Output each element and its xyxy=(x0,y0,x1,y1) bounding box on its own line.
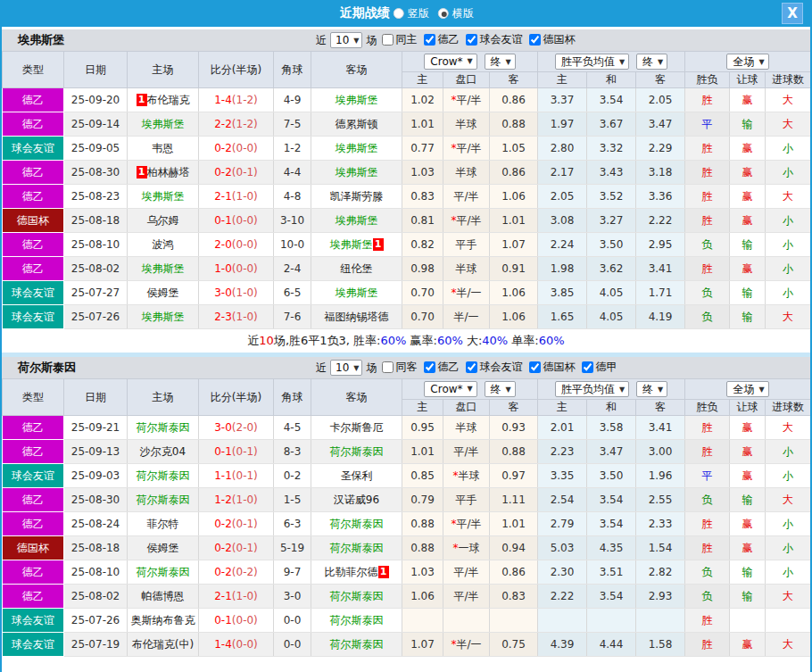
col-away: 客场 xyxy=(311,52,402,88)
team-cell: 帕德博恩 xyxy=(128,585,199,609)
col-odds-home: 主 xyxy=(402,72,443,88)
checkbox-德甲[interactable] xyxy=(582,361,593,373)
corner-cell: 4-9 xyxy=(274,88,311,112)
league-filter-德乙[interactable]: 德乙 xyxy=(418,360,459,375)
checkbox-label: 德国杯 xyxy=(543,32,575,47)
summary-part: 40% xyxy=(482,334,508,347)
odds-away-cell: 0.97 xyxy=(490,464,538,488)
checkbox-球会友谊[interactable] xyxy=(466,34,477,46)
team-cell: 波鸿 xyxy=(128,233,199,257)
result-wdl-cell: 胜 xyxy=(685,185,730,209)
league-filter-球会友谊[interactable]: 球会友谊 xyxy=(460,360,522,375)
horizontal-layout-label[interactable]: 横版 xyxy=(452,6,474,21)
date-cell: 25-08-18 xyxy=(64,536,128,560)
team-cell: 1布伦瑞克 xyxy=(128,88,199,112)
odds-home-cell: 0.95 xyxy=(402,416,443,440)
team-cell: 埃弗斯堡 xyxy=(311,137,402,161)
team-name-text: 荷尔斯泰因 xyxy=(330,638,384,651)
corner-cell: 0-0 xyxy=(274,609,311,633)
checkbox-德国杯[interactable] xyxy=(529,34,541,46)
result-wdl-cell: 胜 xyxy=(685,512,730,536)
avg-away-cell: 1.71 xyxy=(636,281,685,305)
bookmaker-select[interactable]: Crow*▼ xyxy=(424,54,476,70)
bookmaker-select[interactable]: Crow*▼ xyxy=(424,381,476,397)
col-res-wdl: 胜负 xyxy=(685,400,730,416)
result-handicap-cell: 赢 xyxy=(730,416,766,440)
final-select-1[interactable]: 终▼ xyxy=(485,381,516,397)
rank-badge: 1 xyxy=(378,566,389,578)
full-match-select[interactable]: 全场▼ xyxy=(726,54,768,70)
checkbox-德国杯[interactable] xyxy=(529,361,541,373)
league-filter-球会友谊[interactable]: 球会友谊 xyxy=(460,32,522,47)
checkbox-label: 德国杯 xyxy=(543,360,575,375)
final-select-2[interactable]: 终▼ xyxy=(636,381,667,397)
league-filter-德国杯[interactable]: 德国杯 xyxy=(524,32,575,47)
league-filter-德国杯[interactable]: 德国杯 xyxy=(524,360,575,375)
corner-cell: 9-7 xyxy=(274,560,311,585)
match-count-select[interactable]: 10▼ xyxy=(330,360,362,376)
handicap-cell: *平/半 xyxy=(443,88,490,112)
vertical-layout-radio[interactable] xyxy=(394,8,404,19)
avg-select[interactable]: 胜平负均值▼ xyxy=(555,54,629,70)
result-handicap-cell: 赢 xyxy=(730,633,766,657)
league-filter-德甲[interactable]: 德甲 xyxy=(576,360,617,375)
team-name-text: 布伦瑞克(中) xyxy=(132,638,194,651)
corner-cell: 6-5 xyxy=(274,281,311,305)
col-res-goal: 进球数 xyxy=(766,72,811,88)
result-goals-cell: 大 xyxy=(766,112,811,137)
full-match-select[interactable]: 全场▼ xyxy=(726,381,768,397)
avg-select[interactable]: 胜平负均值▼ xyxy=(555,381,629,397)
match-row: 德乙25-08-301柏林赫塔0-2(0-1)4-4埃弗斯堡1.03半球0.86… xyxy=(3,161,811,185)
checkbox-同客[interactable] xyxy=(382,361,394,373)
final-select-2[interactable]: 终▼ xyxy=(636,54,667,70)
league-filter-同客[interactable]: 同客 xyxy=(377,360,417,375)
match-row: 德乙25-09-13沙尔克040-1(0-1)8-3荷尔斯泰因1.01平/半0.… xyxy=(3,440,811,464)
chevron-down-icon: ▼ xyxy=(353,364,359,372)
col-score: 比分(半场) xyxy=(199,379,274,416)
result-goals-cell: 大 xyxy=(766,305,811,329)
vertical-layout-label[interactable]: 竖版 xyxy=(408,6,429,21)
team-name-text: 布伦瑞克 xyxy=(147,94,190,106)
odds-home-cell: 0.85 xyxy=(402,464,443,488)
odds-home-cell: 1.02 xyxy=(402,88,443,112)
avg-home-cell: 2.30 xyxy=(538,560,587,585)
avg-away-cell: 2.93 xyxy=(636,585,685,609)
matches-table-0: 类型 日期 主场 比分(半场) 角球 客场 Crow*▼ 终▼ 胜平负均值▼ 终… xyxy=(2,51,811,329)
avg-draw-cell: 3.51 xyxy=(587,560,636,585)
filter-line-0: 近 10▼ 场 同主德乙球会友谊德国杯 xyxy=(316,32,576,48)
avg-draw-cell: 3.58 xyxy=(587,416,636,440)
league-filter-德乙[interactable]: 德乙 xyxy=(418,32,459,47)
avg-away-cell: 2.95 xyxy=(636,233,685,257)
league-badge: 德乙 xyxy=(3,488,64,512)
date-cell: 25-09-21 xyxy=(64,416,128,440)
match-row: 球会友谊25-07-26奥斯纳布鲁克0-1(0-0)0-0荷尔斯泰因胜 xyxy=(3,609,811,633)
checkbox-球会友谊[interactable] xyxy=(466,361,477,373)
checkbox-同主[interactable] xyxy=(382,34,394,46)
checkbox-德乙[interactable] xyxy=(424,361,435,373)
avg-draw-cell: 3.54 xyxy=(587,585,636,609)
team-cell: 荷尔斯泰因 xyxy=(311,585,402,609)
handicap-cell: 半球 xyxy=(443,416,490,440)
avg-home-cell: 2.79 xyxy=(538,512,587,536)
avg-away-cell: 2.33 xyxy=(636,512,685,536)
odds-away-cell xyxy=(490,609,538,633)
match-count-select[interactable]: 10▼ xyxy=(330,32,362,48)
result-handicap-cell xyxy=(730,609,766,633)
league-filter-同主[interactable]: 同主 xyxy=(377,32,417,47)
avg-away-cell: 2.05 xyxy=(636,88,685,112)
chevron-down-icon: ▼ xyxy=(468,385,473,393)
final-select-1[interactable]: 终▼ xyxy=(485,54,516,70)
horizontal-layout-radio[interactable] xyxy=(438,8,449,19)
summary-part: 60% xyxy=(380,334,406,347)
close-button[interactable]: X xyxy=(782,3,803,24)
col-avg-draw: 和 xyxy=(587,72,636,88)
match-row: 德乙25-09-14埃弗斯堡2-2(1-2)7-5德累斯顿1.01半球0.881… xyxy=(3,112,811,137)
team-name-text: 圣保利 xyxy=(341,469,373,482)
result-handicap-cell: 赢 xyxy=(730,137,766,161)
checkbox-德乙[interactable] xyxy=(424,34,435,46)
league-badge: 球会友谊 xyxy=(3,464,64,488)
col-date: 日期 xyxy=(64,379,128,416)
summary-part: 近 xyxy=(247,334,259,347)
chevron-down-icon: ▼ xyxy=(658,58,663,66)
score-cell: 0-2(0-1) xyxy=(199,536,274,560)
